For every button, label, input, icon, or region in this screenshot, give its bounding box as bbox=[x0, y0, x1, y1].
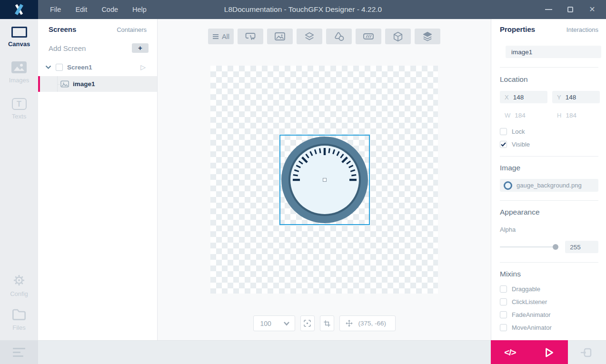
w-label: W bbox=[505, 112, 510, 119]
run-simulator-button[interactable] bbox=[529, 340, 568, 364]
zoom-dropdown[interactable] bbox=[253, 315, 295, 331]
y-field[interactable]: Y bbox=[552, 91, 600, 103]
image-section-header: Image bbox=[500, 164, 598, 172]
minimize-button[interactable] bbox=[537, 0, 559, 19]
tree-item-image1[interactable]: image1 bbox=[38, 76, 157, 92]
zoom-level-input[interactable] bbox=[260, 320, 278, 327]
draggable-checkbox[interactable] bbox=[500, 285, 507, 293]
tab-containers[interactable]: Containers bbox=[117, 26, 147, 33]
widget-category-buttons-button[interactable] bbox=[238, 29, 263, 44]
sidebar-item-files[interactable]: Files bbox=[0, 308, 38, 331]
tree-guide-tick bbox=[57, 84, 61, 85]
mixin-row-moveanimator: MoveAnimator bbox=[500, 324, 598, 331]
visible-checkbox[interactable] bbox=[500, 141, 507, 148]
menu-lines-icon bbox=[212, 34, 219, 39]
tab-properties[interactable]: Properties bbox=[500, 25, 535, 33]
alpha-slider[interactable] bbox=[500, 244, 558, 250]
menu-file[interactable]: File bbox=[43, 0, 68, 19]
widget-name-input[interactable] bbox=[506, 46, 601, 58]
h-value: 184 bbox=[566, 112, 576, 119]
move-icon bbox=[346, 320, 353, 327]
flash-target-icon bbox=[580, 347, 592, 358]
run-target-button[interactable] bbox=[576, 341, 596, 364]
mixins-section-header: Mixins bbox=[500, 270, 598, 278]
location-section-header: Location bbox=[500, 75, 598, 84]
alpha-slider-thumb[interactable] bbox=[553, 244, 558, 250]
widget-category-images-button[interactable] bbox=[267, 29, 293, 44]
widget-name-row bbox=[500, 46, 598, 58]
w-field: W 184 bbox=[500, 109, 547, 121]
screen1-checkbox[interactable] bbox=[56, 64, 63, 71]
cursor-position-readout: (375, -66) bbox=[339, 315, 396, 331]
crop-view-button[interactable] bbox=[320, 315, 334, 331]
tree-item-label: image1 bbox=[73, 80, 95, 88]
alpha-slider-row bbox=[500, 241, 598, 253]
mixin-row-clicklistener: ClickListener bbox=[500, 298, 598, 305]
chevron-down-icon bbox=[283, 321, 290, 326]
image-thumbnail bbox=[504, 181, 512, 190]
divider bbox=[500, 67, 598, 68]
close-button[interactable]: ✕ bbox=[581, 0, 603, 19]
h-label: H bbox=[557, 112, 561, 119]
widget-category-shapes-button[interactable] bbox=[326, 29, 352, 44]
tree-item-label: Screen1 bbox=[67, 64, 92, 71]
widget-category-miscellaneous-button[interactable] bbox=[385, 29, 411, 44]
widget-category-custom-containers-button[interactable] bbox=[415, 29, 440, 44]
sidebar-item-canvas[interactable]: Canvas bbox=[0, 27, 38, 48]
sidebar-item-label: Canvas bbox=[8, 40, 30, 48]
run-screen-icon[interactable]: ▷ bbox=[140, 63, 146, 71]
generate-code-button[interactable]: </> bbox=[491, 340, 529, 364]
x-input[interactable] bbox=[513, 94, 539, 101]
focus-icon bbox=[303, 319, 311, 327]
maximize-button[interactable] bbox=[559, 0, 581, 19]
images-icon bbox=[11, 61, 27, 74]
play-icon bbox=[543, 346, 555, 359]
minimize-icon bbox=[545, 9, 552, 10]
canvas-icon bbox=[11, 27, 27, 38]
widget-center-handle[interactable] bbox=[323, 178, 327, 182]
widget-toolbar: All bbox=[158, 29, 491, 44]
titlebar: File Edit Code Help L8Documentation - To… bbox=[0, 0, 606, 19]
touch-button-icon bbox=[245, 31, 256, 41]
alpha-slider-track[interactable] bbox=[500, 246, 558, 247]
divider bbox=[500, 200, 598, 201]
tab-interactions[interactable]: Interactions bbox=[566, 26, 598, 33]
w-value: 184 bbox=[515, 112, 526, 119]
sidebar-item-texts[interactable]: T Texts bbox=[0, 98, 38, 120]
widget-filter-all-button[interactable]: All bbox=[208, 29, 234, 44]
alpha-value-input[interactable] bbox=[570, 244, 592, 251]
fadeanimator-checkbox[interactable] bbox=[500, 311, 507, 318]
position-value: (375, -66) bbox=[358, 320, 387, 327]
sidebar-item-images[interactable]: Images bbox=[0, 61, 38, 84]
image-file-selector[interactable]: gauge_background.png bbox=[500, 179, 598, 192]
menu-code[interactable]: Code bbox=[94, 0, 125, 19]
all-label: All bbox=[222, 33, 229, 40]
menubar: File Edit Code Help bbox=[43, 0, 154, 19]
sidebar-item-label: Files bbox=[12, 324, 25, 331]
log-panel-toggle[interactable] bbox=[0, 340, 38, 364]
moveanimator-checkbox[interactable] bbox=[500, 324, 507, 331]
sidebar-item-config[interactable]: Config bbox=[0, 273, 38, 297]
tab-screens[interactable]: Screens bbox=[49, 25, 76, 33]
layers-icon bbox=[304, 31, 315, 41]
widget-category-containers-button[interactable] bbox=[297, 29, 322, 44]
window-controls: ✕ bbox=[537, 0, 603, 19]
y-input[interactable] bbox=[566, 94, 592, 101]
alpha-value-field[interactable] bbox=[565, 241, 598, 253]
add-screen-button[interactable]: + bbox=[132, 43, 149, 53]
canvas-statusbar: (375, -66) bbox=[158, 315, 491, 331]
lock-row: Lock bbox=[500, 128, 598, 135]
folder-icon bbox=[11, 308, 27, 321]
menu-edit[interactable]: Edit bbox=[68, 0, 94, 19]
lock-checkbox[interactable] bbox=[500, 128, 507, 135]
clicklistener-checkbox[interactable] bbox=[500, 298, 507, 305]
widget-category-progress-button[interactable] bbox=[356, 29, 381, 44]
shapes-icon bbox=[333, 31, 345, 41]
menu-help[interactable]: Help bbox=[125, 0, 154, 19]
properties-tabs: Properties Interactions bbox=[500, 25, 598, 33]
chevron-down-icon[interactable] bbox=[45, 65, 51, 69]
x-field[interactable]: X bbox=[500, 91, 547, 103]
center-view-button[interactable] bbox=[300, 315, 315, 331]
canvas-area: All bbox=[158, 19, 491, 340]
tree-item-screen1[interactable]: Screen1 ▷ bbox=[38, 60, 157, 74]
